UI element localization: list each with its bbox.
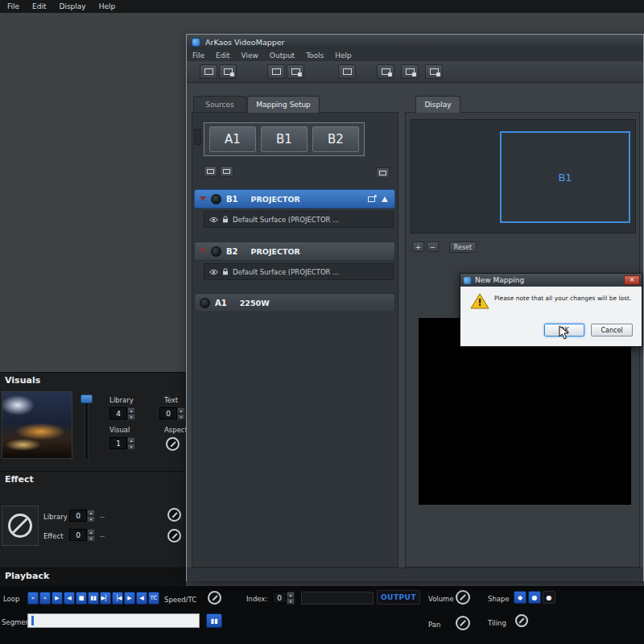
menu-file[interactable]: File <box>2 2 25 10</box>
win-menu-edit[interactable]: Edit <box>210 52 235 60</box>
spin-up-icon[interactable]: ▴ <box>177 407 185 414</box>
visuals-visual-spinner[interactable]: 1 ▴▾ <box>109 437 135 449</box>
display-preview-area[interactable]: B1 <box>411 119 636 233</box>
spin-down-icon[interactable]: ▾ <box>127 444 135 450</box>
effect-preview-button[interactable] <box>2 506 39 546</box>
dialog-titlebar[interactable]: New Mapping <box>460 274 642 287</box>
visuals-library-spinner[interactable]: 4 ▴▾ <box>109 407 135 419</box>
fast-forward-button[interactable]: » <box>27 592 39 605</box>
expand-all-button[interactable] <box>220 166 233 177</box>
output-b2-button[interactable]: B2 <box>312 126 359 152</box>
spin-down-icon[interactable]: ▾ <box>127 414 135 420</box>
win-menu-file[interactable]: File <box>187 52 210 60</box>
effect-library-spinner[interactable]: 0 ▴▾ <box>69 510 95 522</box>
info-tab[interactable] <box>194 129 201 145</box>
play-button[interactable]: ▶ <box>52 592 63 605</box>
segment-hold-button[interactable]: ▮▮ <box>206 613 222 628</box>
collapse-all-button[interactable] <box>204 166 217 177</box>
segment-progress-bar[interactable] <box>27 613 200 628</box>
grid-button[interactable] <box>338 64 356 79</box>
dialog-message: Please note that all your changes will b… <box>494 295 639 303</box>
spin-up-icon[interactable]: ▴ <box>87 529 95 535</box>
tree-child-b2-surface[interactable]: Default Surface (PROJECTOR ... <box>204 263 394 280</box>
win-menu-help[interactable]: Help <box>329 52 357 60</box>
expand-arrow-icon[interactable] <box>200 196 206 201</box>
win-menu-output[interactable]: Output <box>264 52 300 60</box>
zoom-in-button[interactable]: + <box>412 242 424 252</box>
spin-down-icon[interactable]: ▾ <box>287 598 295 605</box>
tiling-knob[interactable] <box>515 614 528 627</box>
rewind-button[interactable]: « <box>39 592 51 605</box>
effect-knob-1[interactable] <box>167 508 181 522</box>
output-button[interactable]: OUTPUT <box>377 590 420 605</box>
timecode-button[interactable]: TC <box>148 592 159 605</box>
goto-end-button[interactable]: ▶ <box>124 592 135 605</box>
effect-knob-2[interactable] <box>167 529 181 543</box>
output-b1-button[interactable]: B1 <box>261 126 308 152</box>
add-output-button[interactable] <box>377 64 394 79</box>
spin-up-icon[interactable]: ▴ <box>127 407 135 414</box>
display-assign-icon[interactable] <box>368 196 375 202</box>
visual-thumbnail[interactable] <box>2 391 72 459</box>
menu-edit[interactable]: Edit <box>27 2 52 10</box>
new-mapping-button[interactable] <box>267 64 285 79</box>
preview-output-button[interactable] <box>219 64 237 79</box>
reset-button[interactable]: Reset <box>449 242 477 253</box>
prev-frame-button[interactable]: ▕◀ <box>112 592 123 605</box>
pan-knob[interactable] <box>456 616 470 630</box>
stop-button[interactable]: ■ <box>76 592 87 605</box>
output-a1-button[interactable]: A1 <box>209 126 256 152</box>
eye-icon[interactable] <box>209 269 218 275</box>
visual-slider-handle[interactable] <box>80 394 93 403</box>
index-spinner[interactable]: 0 ▴▾ <box>272 592 295 604</box>
effect-effect-spinner[interactable]: 0 ▴▾ <box>69 529 95 541</box>
shape-diamond-button[interactable]: ◆ <box>514 591 526 604</box>
win-menu-tools[interactable]: Tools <box>300 52 329 60</box>
close-icon[interactable]: × <box>624 275 640 285</box>
shape-circle-button[interactable]: ● <box>528 591 541 604</box>
tree-row-b1-projector[interactable]: B1 PROJECTOR <box>194 189 395 208</box>
spin-up-icon[interactable]: ▴ <box>287 592 295 598</box>
volume-knob[interactable] <box>456 590 470 605</box>
duplicate-button[interactable] <box>425 64 443 79</box>
b1-output-rectangle[interactable]: B1 <box>500 131 630 223</box>
tree-child-b1-surface[interactable]: Default Surface (PROJECTOR ... <box>204 211 394 228</box>
menu-display[interactable]: Display <box>54 2 92 10</box>
goto-start-button[interactable]: ◀ <box>136 592 147 605</box>
shape-dot-button[interactable]: ● <box>543 591 555 604</box>
spin-up-icon[interactable]: ▴ <box>87 510 95 516</box>
surface-label: Default Surface (PROJECTOR ... <box>233 216 339 224</box>
aspect-knob[interactable] <box>166 437 180 451</box>
window-titlebar[interactable]: ArKaos VideoMapper <box>187 35 643 49</box>
expand-arrow-icon[interactable] <box>200 249 206 254</box>
add-surface-button[interactable] <box>401 64 419 79</box>
add-item-button[interactable] <box>376 167 390 179</box>
spin-down-icon[interactable]: ▾ <box>87 535 95 542</box>
eye-icon[interactable] <box>209 217 218 223</box>
play-reverse-button[interactable]: ◀ <box>64 592 75 605</box>
fullscreen-output-button[interactable] <box>200 64 217 79</box>
dialog-title: New Mapping <box>475 276 524 284</box>
spin-up-icon[interactable]: ▴ <box>127 437 135 444</box>
spin-down-icon[interactable]: ▾ <box>177 414 185 420</box>
win-menu-view[interactable]: View <box>236 52 264 60</box>
visuals-text-spinner[interactable]: 0 ▴▾ <box>159 407 185 419</box>
lock-icon[interactable] <box>222 216 229 223</box>
speed-knob[interactable] <box>208 591 221 605</box>
zoom-out-button[interactable]: − <box>427 242 439 252</box>
menu-help[interactable]: Help <box>93 2 122 10</box>
edit-mapping-button[interactable] <box>287 64 304 79</box>
add-surface-icon[interactable] <box>382 196 388 202</box>
cancel-button[interactable]: Cancel <box>591 324 633 336</box>
spin-down-icon[interactable]: ▾ <box>87 516 95 522</box>
pause-button[interactable]: ▮▮ <box>88 592 99 605</box>
tree-row-b2-projector[interactable]: B2 PROJECTOR <box>194 242 395 261</box>
tab-display[interactable]: Display <box>415 96 460 113</box>
next-frame-button[interactable]: ▶▏ <box>100 592 111 605</box>
lock-icon[interactable] <box>222 268 229 275</box>
tab-mapping-setup[interactable]: Mapping Setup <box>247 96 320 113</box>
tree-row-a1-2250w[interactable]: A1 2250W <box>194 293 395 312</box>
index-display-field[interactable] <box>301 592 374 605</box>
segment-position-marker[interactable] <box>31 616 34 625</box>
tab-sources[interactable]: Sources <box>193 96 246 113</box>
